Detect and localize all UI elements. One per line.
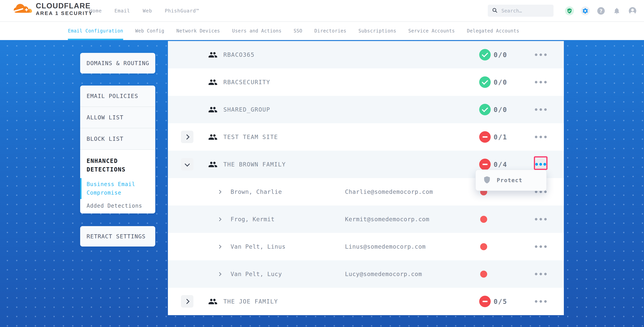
chevron-right-icon — [218, 260, 221, 288]
status-ok-badge — [479, 49, 491, 60]
help-icon[interactable]: ? — [596, 6, 606, 15]
row-actions-menu-button[interactable] — [535, 288, 547, 315]
row-actions-menu-button[interactable] — [535, 41, 547, 68]
sidebar-item-domains-routing[interactable]: DOMAINS & ROUTING — [80, 53, 155, 73]
annotation-highlight-box — [534, 156, 548, 170]
expand-row-button[interactable] — [181, 295, 194, 308]
table-row[interactable]: Van Pelt, Linus Linus@somedemocorp.com — [168, 233, 564, 260]
tab-network-devices[interactable]: Network Devices — [176, 22, 220, 40]
enhanced-detections-title[interactable]: ENHANCED DETECTIONS — [86, 157, 141, 174]
protection-count: 0/0 — [494, 41, 507, 68]
account-avatar-icon[interactable] — [628, 6, 637, 15]
status-ok-badge — [479, 76, 491, 88]
nav-home[interactable]: Home — [89, 8, 102, 13]
row-actions-menu-button[interactable] — [535, 233, 547, 260]
search-input[interactable] — [501, 8, 544, 14]
svg-text:?: ? — [600, 8, 602, 14]
sidebar-item-added-detections[interactable]: Added Detections — [86, 203, 155, 209]
status-alert-badge — [479, 296, 491, 307]
nav-web[interactable]: Web — [142, 8, 152, 13]
group-name: TEST TEAM SITE — [223, 123, 278, 151]
protection-count: 0/0 — [494, 68, 507, 96]
retract-settings-label: RETRACT SETTINGS — [80, 233, 146, 240]
table-row[interactable]: RBACSECURITY 0/0 — [168, 68, 564, 96]
status-alert-badge — [479, 159, 491, 170]
notifications-bell-icon[interactable] — [612, 6, 621, 15]
user-name: Van Pelt, Lucy — [230, 260, 282, 288]
user-name: Frog, Kermit — [230, 206, 274, 233]
chevron-right-icon — [218, 233, 221, 260]
header-icon-cluster: ? — [565, 6, 637, 15]
allow-list-label: ALLOW LIST — [80, 114, 124, 121]
domains-routing-label: DOMAINS & ROUTING — [80, 60, 149, 66]
group-icon — [208, 68, 218, 96]
tab-delegated-accounts[interactable]: Delegated Accounts — [467, 22, 519, 40]
verified-shield-icon[interactable] — [565, 6, 574, 15]
group-name: THE BROWN FAMILY — [223, 151, 286, 178]
sidebar-item-retract-settings[interactable]: RETRACT SETTINGS — [80, 226, 155, 247]
cloudflare-logo[interactable]: CLOUDFLARE AREA 1 SECURITY — [12, 1, 93, 17]
group-icon — [208, 123, 218, 151]
settings-gear-icon[interactable] — [581, 6, 590, 15]
table-row[interactable]: Van Pelt, Lucy Lucy@somedemocorp.com — [168, 260, 564, 288]
protection-count: 0/5 — [494, 288, 507, 315]
tab-web-config[interactable]: Web Config — [135, 22, 164, 40]
chevron-down-icon — [185, 161, 190, 167]
protect-shield-icon — [483, 176, 491, 185]
collapse-row-button[interactable] — [181, 158, 194, 171]
email-policies-label: EMAIL POLICIES — [80, 93, 138, 99]
tab-subscriptions[interactable]: Subscriptions — [358, 22, 396, 40]
group-name: THE JOE FAMILY — [223, 288, 278, 315]
status-ok-badge — [479, 104, 491, 115]
logo-brand-text: CLOUDFLARE — [36, 2, 93, 10]
sidebar-item-allow-list[interactable]: ALLOW LIST — [80, 107, 155, 128]
group-icon — [208, 41, 218, 68]
group-name: RBACSECURITY — [223, 68, 270, 96]
protection-count: 0/1 — [494, 123, 507, 151]
row-actions-menu-button[interactable] — [535, 68, 547, 96]
row-actions-menu-button[interactable] — [535, 96, 547, 123]
status-alert-badge — [479, 131, 491, 143]
group-icon — [208, 151, 218, 178]
section-tabbar: Email Configuration Web Config Network D… — [0, 22, 644, 40]
sidebar-policies-card: EMAIL POLICIES ALLOW LIST BLOCK LIST ENH… — [80, 85, 155, 214]
row-actions-menu-button[interactable] — [535, 260, 547, 288]
top-header: CLOUDFLARE AREA 1 SECURITY Home Email We… — [0, 0, 644, 22]
block-list-label: BLOCK LIST — [80, 135, 124, 142]
chevron-right-icon — [218, 206, 221, 233]
sidebar-section-enhanced-detections: ENHANCED DETECTIONS Business Email Compr… — [80, 150, 155, 213]
user-name: Brown, Charlie — [230, 178, 282, 206]
status-alert-dot — [480, 271, 487, 278]
tab-directories[interactable]: Directories — [314, 22, 346, 40]
sidebar-item-email-policies[interactable]: EMAIL POLICIES — [80, 85, 155, 107]
sidebar-item-business-email-compromise[interactable]: Business Email Compromise — [86, 179, 135, 198]
nav-phishguard[interactable]: PhishGuard™ — [165, 8, 199, 13]
user-name: Van Pelt, Linus — [230, 233, 286, 260]
chevron-right-icon — [218, 178, 221, 206]
tab-sso[interactable]: SSO — [294, 22, 302, 40]
sidebar-item-block-list[interactable]: BLOCK LIST — [80, 128, 155, 150]
user-email: Lucy@somedemocorp.com — [345, 260, 422, 288]
tab-users-and-actions[interactable]: Users and Actions — [232, 22, 282, 40]
tab-service-accounts[interactable]: Service Accounts — [408, 22, 455, 40]
user-email: Charlie@somedemocorp.com — [345, 178, 433, 206]
table-row[interactable]: Frog, Kermit Kermit@somedemocorp.com — [168, 206, 564, 233]
table-row[interactable]: TEST TEAM SITE 0/1 — [168, 123, 564, 151]
table-row[interactable]: SHARED_GROUP 0/0 — [168, 96, 564, 123]
row-actions-menu-button[interactable] — [535, 123, 547, 151]
chevron-right-icon — [184, 134, 190, 140]
tab-email-configuration[interactable]: Email Configuration — [68, 22, 123, 40]
logo-product-text: AREA 1 SECURITY — [36, 11, 93, 16]
table-row[interactable]: THE JOE FAMILY 0/5 — [168, 288, 564, 315]
table-row[interactable]: RBACO365 0/0 — [168, 41, 564, 68]
group-name: SHARED_GROUP — [223, 96, 270, 123]
nav-email[interactable]: Email — [114, 8, 130, 13]
search-box[interactable] — [488, 5, 554, 17]
cloudflare-cloud-icon — [12, 1, 34, 17]
user-email: Kermit@somedemocorp.com — [345, 206, 430, 233]
row-actions-dropdown: Protect — [475, 170, 547, 191]
status-alert-dot — [480, 216, 487, 223]
row-actions-menu-button[interactable] — [535, 206, 547, 233]
menu-item-protect[interactable]: Protect — [497, 177, 522, 184]
expand-row-button[interactable] — [181, 131, 194, 143]
